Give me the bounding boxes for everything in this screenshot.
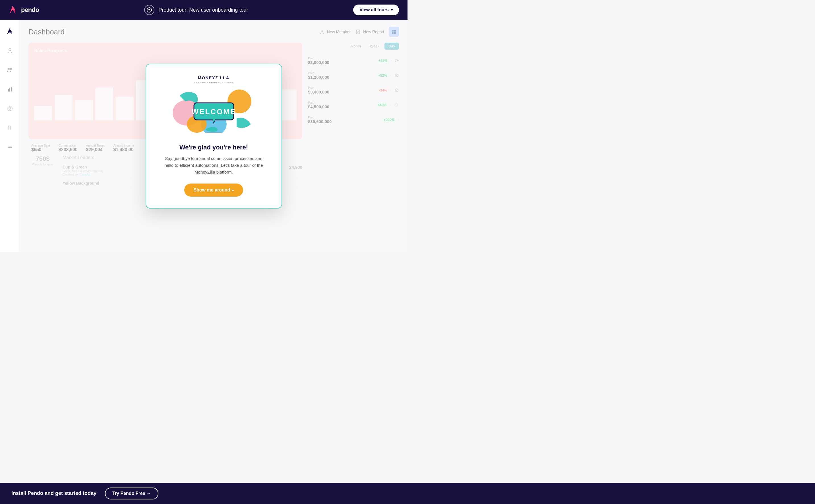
svg-point-15 [11, 147, 12, 148]
show-me-around-button[interactable]: Show me around » [184, 184, 243, 197]
svg-point-14 [8, 147, 9, 148]
sidebar-item-group[interactable] [4, 64, 16, 76]
svg-point-10 [8, 106, 12, 111]
svg-rect-12 [11, 126, 11, 130]
svg-marker-1 [13, 10, 15, 14]
sidebar-item-settings[interactable] [4, 103, 16, 114]
welcome-modal: MONEYZILLA AN ACME EXAMPLE COMPANY [145, 64, 282, 209]
svg-point-5 [10, 68, 12, 70]
company-name: MONEYZILLA [171, 76, 257, 80]
svg-point-4 [8, 68, 10, 70]
svg-rect-7 [9, 88, 10, 91]
sidebar-logo [4, 26, 16, 37]
pendo-logo-text: pendo [21, 6, 39, 14]
svg-rect-11 [9, 126, 9, 130]
content-area: Dashboard New Member [20, 20, 408, 252]
sidebar-item-misc[interactable] [4, 141, 16, 153]
welcome-illustration: MONEYZILLA AN ACME EXAMPLE COMPANY [171, 76, 257, 138]
logo-container: pendo [9, 5, 39, 15]
main-layout: Dashboard New Member [0, 20, 408, 252]
modal-body-text: Say goodbye to manual commission process… [160, 155, 267, 176]
view-all-tours-button[interactable]: View all tours ▾ [353, 5, 399, 15]
sidebar-item-pause[interactable] [4, 122, 16, 134]
top-bar: pendo Product tour: New user onboarding … [0, 0, 408, 20]
modal-overlay: MONEYZILLA AN ACME EXAMPLE COMPANY [20, 20, 408, 252]
tour-title: Product tour: New user onboarding tour [158, 7, 248, 13]
sidebar-item-charts[interactable] [4, 84, 16, 95]
chevron-down-icon: ▾ [391, 8, 393, 12]
company-sub: AN ACME EXAMPLE COMPANY [171, 81, 257, 84]
modal-headline: We're glad you're here! [160, 144, 267, 151]
svg-rect-6 [8, 89, 9, 91]
welcome-svg: WELCOME [171, 87, 257, 133]
svg-point-3 [9, 49, 11, 51]
view-all-tours-label: View all tours [359, 7, 389, 13]
svg-rect-8 [11, 87, 12, 91]
tour-info: Product tour: New user onboarding tour [144, 5, 248, 15]
sidebar [0, 20, 20, 252]
svg-text:WELCOME: WELCOME [191, 107, 236, 116]
tour-icon [144, 5, 154, 15]
show-me-around-label: Show me around » [193, 188, 234, 193]
svg-point-2 [147, 8, 151, 12]
pendo-logo-icon [9, 5, 19, 15]
sidebar-item-users[interactable] [4, 45, 16, 56]
svg-point-13 [9, 147, 11, 148]
svg-point-9 [9, 108, 11, 109]
